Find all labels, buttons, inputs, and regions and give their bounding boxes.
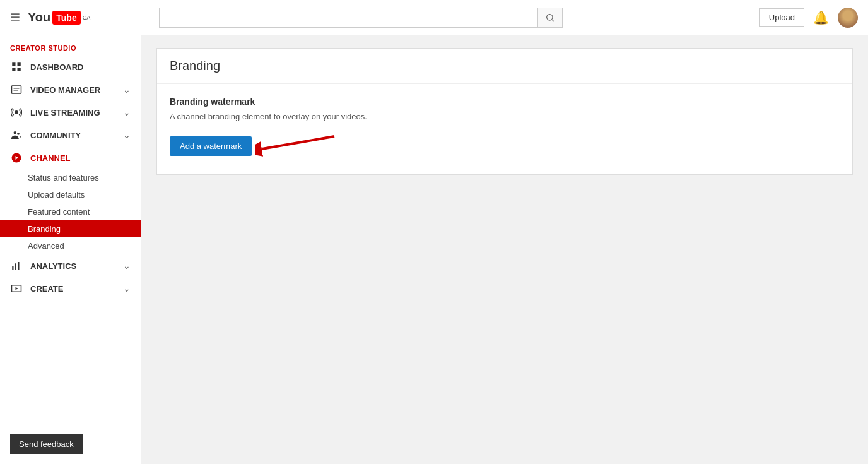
branding-card: Branding Branding watermark A channel br… [156, 48, 853, 175]
analytics-chevron-icon: ⌄ [123, 261, 131, 271]
create-icon [10, 283, 23, 294]
sidebar-item-dashboard[interactable]: DASHBOARD [0, 56, 141, 78]
svg-rect-3 [18, 62, 21, 66]
watermark-section-title: Branding watermark [170, 97, 840, 107]
sidebar-item-analytics[interactable]: ANALYTICS ⌄ [0, 254, 141, 277]
upload-button[interactable]: Upload [760, 8, 804, 27]
sidebar-item-featured-content[interactable]: Featured content [0, 203, 141, 220]
svg-rect-7 [14, 88, 20, 89]
sidebar-item-branding[interactable]: Branding [0, 220, 141, 237]
watermark-description: A channel branding element to overlay on… [170, 112, 840, 121]
live-streaming-label: LIVE STREAMING [30, 108, 115, 117]
search-icon [545, 13, 555, 23]
live-streaming-chevron-icon: ⌄ [123, 107, 131, 117]
top-navigation: ☰ You Tube CA Upload 🔔 [0, 0, 868, 35]
sidebar-item-advanced[interactable]: Advanced [0, 237, 141, 254]
create-label: CREATE [30, 284, 115, 294]
community-label: COMMUNITY [30, 131, 115, 140]
page-title: Branding [157, 49, 852, 84]
community-icon [10, 129, 23, 141]
svg-line-21 [262, 136, 334, 149]
analytics-label: ANALYTICS [30, 261, 115, 271]
sidebar: CREATOR STUDIO DASHBOARD VIDEO MANAGER ⌄ [0, 35, 141, 464]
svg-rect-2 [12, 62, 15, 66]
topnav-right: Upload 🔔 [760, 8, 858, 28]
svg-rect-14 [12, 266, 13, 270]
main-layout: CREATOR STUDIO DASHBOARD VIDEO MANAGER ⌄ [0, 35, 868, 464]
avatar-image [838, 8, 858, 28]
add-watermark-button[interactable]: Add a watermark [170, 136, 252, 156]
sidebar-item-create[interactable]: CREATE ⌄ [0, 277, 141, 300]
sidebar-item-upload-defaults[interactable]: Upload defaults [0, 186, 141, 203]
svg-rect-4 [12, 68, 15, 71]
annotation-arrow [255, 130, 331, 162]
sidebar-item-live-streaming[interactable]: LIVE STREAMING ⌄ [0, 101, 141, 124]
logo-ca: CA [83, 15, 91, 21]
search-input[interactable] [159, 8, 537, 28]
video-manager-icon [10, 84, 23, 95]
channel-icon [10, 152, 23, 164]
svg-rect-15 [15, 263, 16, 270]
svg-rect-16 [18, 262, 19, 270]
create-chevron-icon: ⌄ [123, 283, 131, 294]
svg-point-0 [547, 14, 553, 20]
svg-point-11 [17, 133, 20, 135]
search-button[interactable] [537, 8, 563, 28]
svg-rect-5 [18, 68, 21, 71]
topnav-left: ☰ You Tube CA [10, 10, 149, 25]
live-streaming-icon [10, 107, 23, 118]
hamburger-icon[interactable]: ☰ [10, 11, 20, 25]
svg-point-10 [14, 131, 17, 134]
sidebar-spacer [0, 300, 141, 427]
card-body: Branding watermark A channel branding el… [157, 84, 852, 174]
send-feedback-button[interactable]: Send feedback [10, 434, 83, 454]
svg-marker-19 [16, 287, 19, 290]
dashboard-icon [10, 61, 23, 73]
creator-studio-title: CREATOR STUDIO [0, 35, 141, 56]
red-arrow-svg [255, 130, 337, 165]
sidebar-item-status-features[interactable]: Status and features [0, 169, 141, 186]
sidebar-item-community[interactable]: COMMUNITY ⌄ [0, 124, 141, 146]
watermark-action-area: Add a watermark [170, 130, 840, 162]
video-manager-label: VIDEO MANAGER [30, 85, 115, 95]
video-manager-chevron-icon: ⌄ [123, 85, 131, 95]
search-area [159, 8, 563, 28]
main-content: Branding Branding watermark A channel br… [141, 35, 868, 464]
svg-rect-8 [14, 90, 18, 91]
logo-tube: Tube [52, 11, 80, 25]
analytics-icon [10, 260, 23, 271]
channel-label: CHANNEL [30, 153, 131, 163]
sidebar-item-channel[interactable]: CHANNEL [0, 146, 141, 169]
svg-line-1 [552, 20, 554, 21]
dashboard-label: DASHBOARD [30, 62, 131, 72]
community-chevron-icon: ⌄ [123, 130, 131, 140]
notification-bell-icon[interactable]: 🔔 [813, 10, 829, 25]
avatar[interactable] [838, 8, 858, 28]
logo-you: You [28, 10, 50, 25]
svg-point-9 [15, 111, 18, 114]
youtube-logo[interactable]: You Tube CA [28, 10, 90, 25]
sidebar-item-video-manager[interactable]: VIDEO MANAGER ⌄ [0, 78, 141, 101]
